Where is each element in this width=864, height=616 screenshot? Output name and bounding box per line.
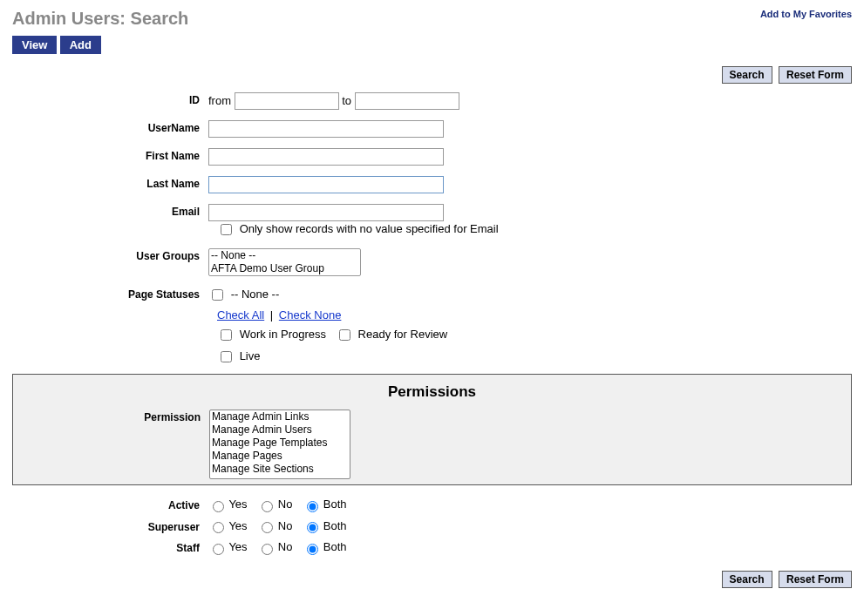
- staff-yes-text: Yes: [228, 540, 247, 553]
- staff-yes-radio[interactable]: [213, 544, 224, 555]
- first-name-label: First Name: [12, 148, 208, 162]
- reset-button-bottom[interactable]: Reset Form: [779, 571, 852, 588]
- active-yes-radio[interactable]: [213, 501, 224, 512]
- active-label: Active: [12, 498, 208, 511]
- pipe-sep: |: [270, 308, 273, 322]
- staff-both-text: Both: [323, 540, 347, 553]
- staff-label: Staff: [12, 540, 208, 554]
- superuser-both-text: Both: [323, 519, 347, 532]
- last-name-input[interactable]: [208, 176, 444, 193]
- last-name-label: Last Name: [12, 176, 208, 190]
- superuser-no-radio[interactable]: [262, 522, 273, 533]
- reset-button-top[interactable]: Reset Form: [779, 66, 852, 84]
- page-status-wip-text: Work in Progress: [240, 328, 326, 341]
- user-groups-select[interactable]: -- None -- AFTA Demo User Group: [208, 248, 361, 276]
- check-all-link[interactable]: Check All: [217, 308, 264, 322]
- superuser-no-text: No: [278, 519, 293, 532]
- add-to-favorites-link[interactable]: Add to My Favorites: [760, 9, 852, 19]
- first-name-input[interactable]: [208, 148, 444, 166]
- user-groups-option-afta[interactable]: AFTA Demo User Group: [209, 262, 360, 275]
- permission-select[interactable]: Manage Admin Links Manage Admin Users Ma…: [209, 410, 350, 479]
- email-empty-note: Only show records with no value specifie…: [240, 222, 499, 235]
- email-empty-checkbox[interactable]: [221, 224, 232, 235]
- user-groups-option-none[interactable]: -- None --: [209, 249, 360, 262]
- superuser-yes-radio[interactable]: [213, 522, 224, 533]
- page-status-ready-checkbox[interactable]: [339, 329, 350, 341]
- page-title: Admin Users: Search: [12, 9, 188, 29]
- page-status-none-checkbox[interactable]: [212, 289, 223, 301]
- id-from-input[interactable]: [235, 92, 339, 110]
- active-no-text: No: [278, 498, 293, 511]
- perm-option[interactable]: Manage Page Templates: [210, 437, 350, 450]
- top-button-bar: Search Reset Form: [12, 66, 852, 84]
- staff-no-radio[interactable]: [262, 544, 273, 555]
- email-label: Email: [12, 204, 208, 218]
- email-input[interactable]: [208, 204, 444, 221]
- superuser-yes-text: Yes: [228, 519, 247, 532]
- user-groups-label: User Groups: [12, 248, 208, 262]
- bottom-button-bar: Search Reset Form: [12, 571, 852, 588]
- permission-label: Permission: [13, 410, 209, 423]
- id-from-label: from: [208, 94, 231, 107]
- tab-bar: View Add: [12, 36, 852, 54]
- permissions-title: Permissions: [13, 375, 851, 410]
- id-to-input[interactable]: [355, 92, 459, 110]
- page-status-none-text: -- None --: [231, 288, 280, 301]
- page-status-wip-checkbox[interactable]: [221, 329, 232, 341]
- username-input[interactable]: [208, 120, 444, 138]
- perm-option[interactable]: Manage Admin Users: [210, 423, 350, 437]
- id-to-label: to: [342, 94, 351, 107]
- active-both-radio[interactable]: [307, 501, 318, 512]
- staff-no-text: No: [278, 540, 293, 553]
- tab-add[interactable]: Add: [60, 36, 101, 54]
- page-status-live-checkbox[interactable]: [221, 351, 232, 362]
- active-no-radio[interactable]: [262, 501, 273, 512]
- perm-option[interactable]: Manage Site Sections: [210, 463, 350, 476]
- active-both-text: Both: [323, 498, 347, 511]
- permissions-panel: Permissions Permission Manage Admin Link…: [12, 374, 852, 485]
- page-status-ready-text: Ready for Review: [358, 328, 448, 341]
- tab-view[interactable]: View: [12, 36, 57, 54]
- search-button-bottom[interactable]: Search: [722, 571, 772, 588]
- page-status-live-text: Live: [240, 349, 261, 362]
- perm-option[interactable]: Manage Pages: [210, 450, 350, 463]
- perm-option[interactable]: Manage Admin Links: [210, 410, 350, 423]
- page-statuses-label: Page Statuses: [12, 287, 208, 301]
- staff-both-radio[interactable]: [307, 544, 318, 555]
- superuser-label: Superuser: [12, 519, 208, 533]
- search-button-top[interactable]: Search: [722, 66, 772, 84]
- active-yes-text: Yes: [228, 498, 247, 511]
- username-label: UserName: [12, 120, 208, 134]
- superuser-both-radio[interactable]: [307, 522, 318, 533]
- id-label: ID: [12, 92, 208, 106]
- check-none-link[interactable]: Check None: [279, 308, 342, 322]
